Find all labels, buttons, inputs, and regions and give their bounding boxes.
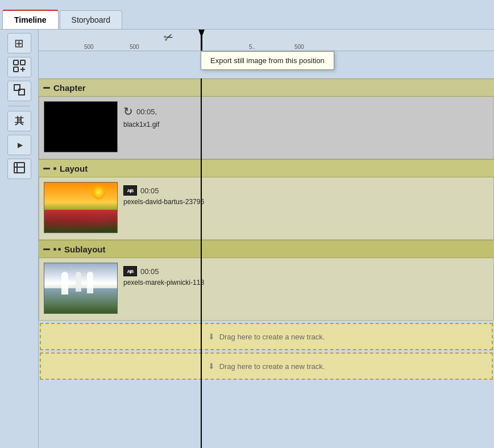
sublayout-dot1 [53, 248, 56, 251]
add-group-button[interactable] [7, 57, 31, 77]
layout-track-item: A|B 00:05 pexels-david-bartus-23796 [39, 177, 494, 240]
svg-rect-1 [20, 60, 25, 65]
layout-label: Layout [60, 164, 88, 173]
sublayout-filename: pexels-marek-piwnicki-118 [123, 279, 483, 287]
layout-dash [43, 168, 50, 169]
ab-icon-layout: A|B [123, 185, 137, 196]
chapter-time: 00:05, [136, 107, 157, 116]
drag-zone-label-1: Drag here to create a new track. [219, 333, 325, 341]
play-icon: ▶ [18, 141, 23, 149]
section-header-sublayout: Sublayout [39, 240, 494, 258]
tab-timeline[interactable]: Timeline [2, 10, 59, 29]
sublayout-thumbnail [44, 263, 118, 314]
tooltip-box: Export still image from this position [201, 51, 334, 70]
sublayout-track-info: A|B 00:05 pexels-marek-piwnicki-118 [118, 263, 489, 316]
translate-button[interactable]: 其 [7, 111, 31, 131]
layout-dot1 [53, 167, 56, 170]
layout-icon-row: A|B 00:05 [123, 185, 483, 196]
loop-icon: ↻ [123, 105, 133, 118]
svg-rect-2 [14, 67, 18, 72]
scissors-icon: ✂ [161, 30, 175, 45]
ruler: 500 500 5.. 500 00:00 00:01 00:02 00: ✂ [39, 30, 494, 51]
ruler-tick-5: 5.. [249, 44, 255, 50]
sun-overlay [92, 185, 106, 200]
timeline-content: 500 500 5.. 500 00:00 00:01 00:02 00: ✂ [39, 30, 494, 448]
sublayout-time: 00:05 [140, 267, 159, 276]
translate-icon: 其 [15, 115, 24, 127]
chapter-track-info: ↻ 00:05, black1x1.gif [118, 101, 489, 154]
tab-storyboard[interactable]: Storyboard [60, 10, 122, 29]
arrange-icon [13, 161, 26, 177]
tracks-area[interactable]: Chapter ↻ 00:05, black1x1.gif [39, 78, 494, 448]
app-container: Timeline Storyboard ⊞ [0, 0, 494, 448]
add-group-icon [13, 59, 26, 76]
ruler-tick-500a: 500 [84, 44, 94, 50]
layers-icon [13, 83, 26, 99]
sublayout-track-item: A|B 00:05 pexels-marek-piwnicki-118 [39, 258, 494, 321]
toolbar-separator-1 [9, 106, 30, 106]
grid-icon: ⊞ [14, 36, 24, 50]
tooltip-text: Export still image from this position [210, 56, 325, 65]
ab-icon-sublayout: A|B [123, 266, 137, 276]
tab-bar: Timeline Storyboard [0, 0, 494, 30]
arrange-button[interactable] [7, 159, 31, 179]
drag-zone-2[interactable]: ⬇ Drag here to create a new track. [40, 352, 493, 380]
layout-time: 00:05 [140, 186, 159, 195]
ruler-tick-500b: 500 [130, 44, 139, 50]
sublayout-label: Sublayout [64, 244, 106, 254]
ruler-label-00: 00: [192, 50, 200, 51]
section-header-layout: Layout [39, 159, 494, 177]
grid-button[interactable]: ⊞ [7, 33, 31, 53]
left-toolbar: ⊞ [0, 30, 39, 448]
chapter-thumbnail [44, 101, 118, 152]
ruler-label-0001: 00:01 [87, 50, 101, 51]
drag-arrow-1: ⬇ [208, 332, 215, 341]
layers-button[interactable] [7, 81, 31, 101]
chapter-icon-row: ↻ 00:05, [123, 105, 483, 118]
chapter-track-item: ↻ 00:05, black1x1.gif [39, 97, 494, 159]
sublayout-dash [43, 248, 50, 250]
svg-rect-0 [14, 60, 18, 65]
drag-zone-label-2: Drag here to create a new track. [219, 362, 325, 371]
section-header-chapter: Chapter [39, 78, 494, 97]
play-button[interactable]: ▶ [7, 135, 31, 155]
main-area: ⊞ [0, 30, 494, 448]
ruler-label-0002: 00:02 [144, 50, 158, 51]
chapter-filename: black1x1.gif [123, 121, 483, 128]
drag-arrow-2: ⬇ [208, 362, 215, 371]
chapter-label: Chapter [53, 83, 86, 93]
layout-filename: pexels-david-bartus-23796 [123, 198, 483, 206]
ruler-tick-500c: 500 [294, 44, 304, 50]
drag-zone-1[interactable]: ⬇ Drag here to create a new track. [40, 323, 493, 350]
ruler-label-0000: 00:00 [44, 50, 59, 51]
layout-track-info: A|B 00:05 pexels-david-bartus-23796 [118, 182, 489, 235]
sublayout-icon-row: A|B 00:05 [123, 266, 483, 276]
ruler-inner: 500 500 5.. 500 00:00 00:01 00:02 00: ✂ [39, 30, 494, 51]
layout-thumbnail [44, 182, 118, 233]
chapter-dash [43, 87, 50, 89]
playhead-line-ruler [201, 30, 202, 51]
sublayout-dot2 [58, 248, 61, 251]
